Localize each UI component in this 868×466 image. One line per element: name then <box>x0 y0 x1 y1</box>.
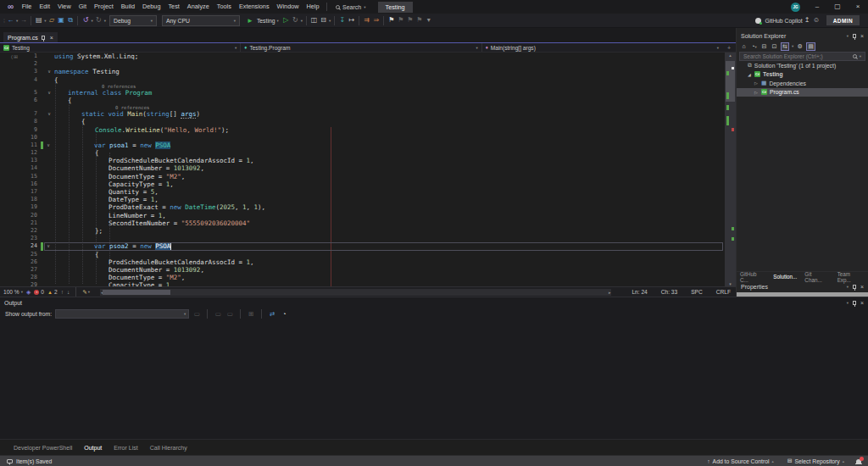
tree-item-testing[interactable]: ◢C#Testing <box>737 70 868 80</box>
code-line[interactable]: 1using System.Xml.Linq; <box>0 53 725 60</box>
member-dropdown[interactable]: ♦ Main(string[] args) ▾ <box>482 43 722 52</box>
set-next-statement-icon[interactable]: ⇒ <box>371 14 381 27</box>
navigate-forward-icon[interactable]: → <box>19 14 28 27</box>
code-line[interactable]: 19ProdDateExact = new DateTime(2025, 1, … <box>0 203 725 211</box>
show-all-files-icon[interactable]: ▤ <box>806 42 815 51</box>
code-editor[interactable]: (⊞ 1using System.Xml.Linq;23∨namespace T… <box>0 53 736 286</box>
watch-window-icon[interactable]: ⊟ <box>319 14 328 27</box>
code-line[interactable]: 9Console.WriteLine("Hello, World!"); <box>0 126 725 134</box>
refresh-icon[interactable]: ⊡ <box>771 43 778 50</box>
code-line[interactable]: 4{ <box>0 76 725 84</box>
scrollbar-thumb[interactable] <box>103 290 170 295</box>
code-line[interactable]: 11∨var psoa1 = new PSOA <box>0 141 725 149</box>
notifications-bell-icon[interactable] <box>856 459 861 463</box>
close-icon[interactable]: × <box>860 284 864 290</box>
code-line[interactable]: 15DocumentType = "M2", <box>0 173 725 180</box>
menu-item-analyze[interactable]: Analyze <box>183 0 213 14</box>
tab-program-cs[interactable]: Program.cs × <box>3 32 58 42</box>
maximize-button[interactable]: ▢ <box>827 0 848 14</box>
code-line[interactable]: 10 <box>0 134 725 141</box>
open-folder-icon[interactable]: ▱ <box>47 14 56 27</box>
breakpoints-window-icon[interactable]: ◫ <box>309 14 319 27</box>
panel-tab-developer-powershell[interactable]: Developer PowerShell <box>14 445 72 451</box>
step-into-icon[interactable]: ↧ <box>337 14 347 27</box>
menu-item-build[interactable]: Build <box>117 0 138 14</box>
close-icon[interactable]: × <box>50 35 53 41</box>
new-project-icon[interactable]: ▤ <box>34 14 43 27</box>
share-icon[interactable]: ↥ <box>803 14 812 27</box>
select-repository-button[interactable]: ⊟ Select Repository ▴ <box>787 458 844 464</box>
undo-icon[interactable]: ↺ <box>81 14 90 27</box>
vertical-scrollbar[interactable]: ▴ ▾ <box>725 53 736 286</box>
code-line[interactable]: 13ProdScheduleBucketCalendarAssocId = 1, <box>0 157 725 164</box>
run-to-cursor-icon[interactable]: ⇉ <box>362 14 371 27</box>
code-line[interactable]: 8{ <box>0 118 725 125</box>
output-content[interactable] <box>0 319 868 439</box>
menu-item-window[interactable]: Window <box>273 0 303 14</box>
expander-icon[interactable]: ▷ <box>754 80 759 86</box>
close-button[interactable]: × <box>848 0 868 14</box>
close-icon[interactable]: × <box>860 33 864 39</box>
code-line[interactable]: 27DocumentNumber = 1013092, <box>0 266 725 274</box>
panel-tab-call-hierarchy[interactable]: Call Hierarchy <box>150 445 187 451</box>
close-icon[interactable]: × <box>860 300 864 306</box>
menu-item-help[interactable]: Help <box>303 0 323 14</box>
pending-changes-icon[interactable]: ◔▾ <box>750 43 758 49</box>
navigate-backward-icon[interactable]: ← <box>6 14 15 27</box>
next-issue-icon[interactable]: ↓ <box>67 289 70 295</box>
fold-chevron-icon[interactable]: ∨ <box>43 141 53 149</box>
code-line[interactable]: 18DateType = 1, <box>0 196 725 203</box>
menu-item-debug[interactable]: Debug <box>138 0 164 14</box>
fold-chevron-icon[interactable]: ∨ <box>43 242 53 250</box>
code-line[interactable]: 14DocumentNumber = 1013092, <box>0 164 725 172</box>
split-window-button[interactable]: + <box>722 43 736 52</box>
code-line[interactable]: 21SecondItemNumber = "5555092036020004" <box>0 219 725 227</box>
start-without-debugging-button[interactable]: ▷ <box>281 14 291 27</box>
collapse-all-icon[interactable]: ⊟ <box>760 43 768 50</box>
type-dropdown[interactable]: ♦ Testing.Program ▾ <box>241 43 481 52</box>
configuration-dropdown[interactable]: Debug ▾ <box>109 15 157 26</box>
pin-icon[interactable] <box>853 34 856 38</box>
code-line[interactable]: 12{ <box>0 149 725 157</box>
chevron-down-icon[interactable]: ▾ <box>847 285 849 289</box>
code-line[interactable]: 2 <box>0 60 725 68</box>
warning-count[interactable]: ▲ 2 <box>47 289 58 295</box>
solution-explorer-search[interactable]: Search Solution Explorer (Ctrl+;) ▾ <box>739 52 865 61</box>
fold-chevron-icon[interactable]: ∨ <box>44 89 54 97</box>
bookmark-next-icon[interactable]: ⚑ <box>405 14 415 27</box>
pin-icon[interactable] <box>42 36 45 40</box>
word-wrap-icon[interactable]: ⇄ <box>268 310 276 318</box>
expander-icon[interactable]: ▷ <box>754 90 759 95</box>
tree-item-solution-testing-1-of-1-project[interactable]: ⧉Solution 'Testing' (1 of 1 project) <box>737 61 868 70</box>
save-icon[interactable]: ▣ <box>56 14 65 27</box>
bookmark-prev-icon[interactable]: ⚑ <box>396 14 405 27</box>
hot-reload-icon[interactable]: ↻ <box>291 14 300 27</box>
code-line[interactable]: 6{ <box>0 97 725 104</box>
code-line[interactable]: 28DocumentType = "M2", <box>0 274 725 281</box>
menu-item-file[interactable]: File <box>18 0 36 14</box>
project-dropdown[interactable]: C# Testing ▾ <box>0 43 241 52</box>
panel-tab-output[interactable]: Output <box>84 445 102 451</box>
fold-chevron-icon[interactable]: ∨ <box>44 68 54 75</box>
menu-item-extensions[interactable]: Extensions <box>235 0 273 14</box>
avatar[interactable]: JG <box>791 3 800 12</box>
tree-item-program-cs[interactable]: ▷C#Program.cs <box>737 88 868 97</box>
menu-item-git[interactable]: Git <box>75 0 90 14</box>
code-line[interactable]: 25{ <box>0 251 725 258</box>
goto-prev-message-icon[interactable]: ▭ <box>214 310 222 318</box>
code-line[interactable]: 23 <box>0 235 725 242</box>
redo-icon[interactable]: ↻ <box>94 14 103 27</box>
scroll-down-icon[interactable]: ▾ <box>725 281 736 286</box>
code-line[interactable]: 3∨namespace Testing <box>0 68 725 75</box>
github-copilot-button[interactable]: GitHub Copilot <box>755 18 802 24</box>
pin-icon[interactable] <box>853 285 856 289</box>
code-line[interactable]: 26ProdScheduleBucketCalendarAssocId = 1, <box>0 258 725 266</box>
fold-chevron-icon[interactable]: ∨ <box>44 110 54 118</box>
output-source-dropdown[interactable]: ▾ <box>55 309 189 319</box>
menu-item-edit[interactable]: Edit <box>36 0 54 14</box>
platform-dropdown[interactable]: Any CPU ▾ <box>162 15 240 26</box>
start-debugging-button[interactable]: ► Testing ▾ <box>245 17 279 25</box>
prev-issue-icon[interactable]: ↑ <box>61 289 64 295</box>
error-count[interactable]: × 0 <box>34 289 44 295</box>
zoom-dropdown[interactable]: 100 % ▾ <box>3 289 23 295</box>
